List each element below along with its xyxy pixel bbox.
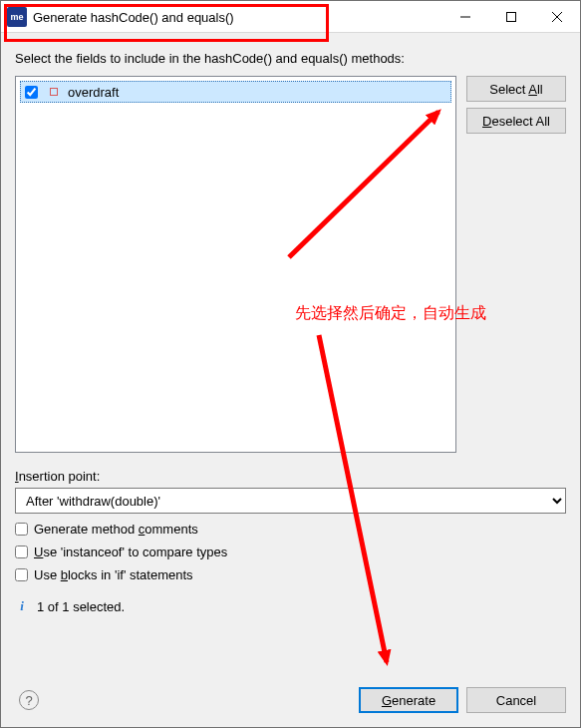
status-line: i 1 of 1 selected. (15, 598, 566, 614)
side-buttons: Select All Deselect All (466, 76, 566, 453)
generate-comments-checkbox[interactable] (15, 523, 28, 536)
dialog-content: Select the fields to include in the hash… (1, 33, 580, 727)
use-blocks-option[interactable]: Use blocks in 'if' statements (15, 567, 566, 582)
deselect-all-button[interactable]: Deselect All (466, 108, 566, 134)
select-all-button[interactable]: Select All (466, 76, 566, 102)
generate-comments-option[interactable]: Generate method comments (15, 522, 566, 537)
field-type-icon (50, 88, 58, 96)
dialog-footer: ? Generate Cancel (15, 675, 566, 713)
use-instanceof-checkbox[interactable] (15, 546, 28, 558)
insertion-point-combo[interactable]: After 'withdraw(double)' (15, 488, 566, 514)
close-button[interactable] (534, 1, 580, 33)
field-list[interactable]: overdraft (15, 76, 456, 453)
dialog-window: me Generate hashCode() and equals() Sele… (0, 0, 581, 728)
cancel-button[interactable]: Cancel (466, 687, 566, 713)
field-label: overdraft (68, 85, 119, 100)
info-icon: i (15, 598, 29, 614)
title-bar: me Generate hashCode() and equals() (1, 1, 580, 33)
maximize-button[interactable] (488, 1, 534, 33)
use-blocks-checkbox[interactable] (15, 568, 28, 581)
instruction-label: Select the fields to include in the hash… (15, 51, 566, 66)
window-title: Generate hashCode() and equals() (33, 9, 442, 25)
insertion-label: Insertion point: (15, 469, 566, 484)
minimize-button[interactable] (442, 1, 488, 33)
field-item[interactable]: overdraft (20, 81, 451, 103)
fields-row: overdraft Select All Deselect All (15, 76, 566, 453)
status-text: 1 of 1 selected. (37, 599, 125, 614)
field-checkbox[interactable] (25, 86, 38, 99)
svg-rect-1 (507, 12, 516, 21)
generate-button[interactable]: Generate (359, 687, 458, 713)
footer-buttons: Generate Cancel (359, 687, 566, 713)
help-icon[interactable]: ? (19, 690, 39, 710)
use-instanceof-option[interactable]: Use 'instanceof' to compare types (15, 545, 566, 559)
app-icon: me (7, 7, 27, 27)
